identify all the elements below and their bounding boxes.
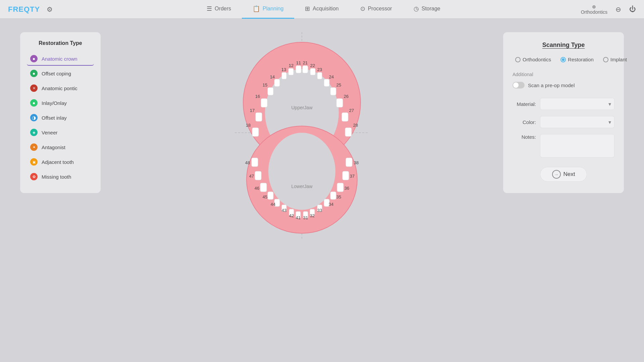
- svg-rect-18: [256, 113, 262, 121]
- color-select[interactable]: [540, 116, 614, 128]
- resto-item-inlay-onlay[interactable]: ● Inlay/Onlay: [27, 97, 94, 110]
- resto-item-missing-tooth[interactable]: ✿ Missing tooth: [27, 170, 94, 184]
- nav-tabs: ☰ Orders 📋 Planning ⊞ Acquisition ⊙ Proc…: [66, 0, 581, 19]
- zoom-out-icon[interactable]: ⊖: [615, 5, 621, 13]
- svg-text:43: 43: [282, 208, 286, 213]
- radio-circle-implant: [603, 57, 608, 62]
- svg-text:33: 33: [317, 208, 322, 213]
- offset-coping-icon: ●: [30, 70, 38, 77]
- resto-item-offset-inlay[interactable]: ◑ Offset inlay: [27, 111, 94, 125]
- svg-text:21: 21: [303, 60, 308, 65]
- svg-text:35: 35: [336, 194, 341, 199]
- resto-item-anatomic-crown[interactable]: ● Anatomic crown: [27, 52, 94, 66]
- tab-planning[interactable]: 📋 Planning: [242, 0, 294, 19]
- material-label: Material:: [513, 101, 536, 107]
- svg-rect-32: [260, 183, 267, 192]
- settings-icon[interactable]: ⚙: [47, 5, 53, 13]
- radio-orthodontics[interactable]: Orthodontics: [515, 57, 551, 62]
- svg-rect-36: [252, 158, 258, 167]
- tooth-chart-svg[interactable]: 11 21 12 22 13 23 14 24 15 25 16 26 17 2…: [215, 32, 389, 240]
- svg-rect-14: [268, 87, 273, 95]
- header-right: ⊕ Orthodontics ⊖ ⏻: [581, 4, 636, 15]
- radio-circle-restoration: [560, 57, 566, 62]
- svg-rect-34: [255, 171, 261, 180]
- svg-rect-7: [303, 66, 308, 73]
- svg-text:44: 44: [271, 202, 275, 207]
- offset-inlay-icon: ◑: [30, 114, 38, 121]
- svg-text:32: 32: [310, 213, 315, 218]
- svg-text:25: 25: [336, 82, 341, 87]
- radio-circle-orthodontics: [515, 57, 521, 62]
- radio-implant[interactable]: Implant: [603, 57, 627, 62]
- orthodontics-nav[interactable]: ⊕ Orthodontics: [581, 4, 607, 15]
- svg-text:31: 31: [303, 215, 308, 220]
- scanning-panel: Scanning Type Orthodontics Restoration I…: [503, 32, 624, 193]
- next-button[interactable]: → Next: [540, 167, 587, 182]
- power-icon[interactable]: ⏻: [629, 5, 636, 13]
- color-select-wrapper: [540, 116, 614, 128]
- inlay-onlay-icon: ●: [30, 99, 38, 107]
- tab-storage[interactable]: ◷ Storage: [403, 0, 451, 19]
- svg-rect-19: [342, 113, 348, 121]
- header: FREQTY ⚙ ☰ Orders 📋 Planning ⊞ Acquisiti…: [0, 0, 644, 19]
- svg-text:22: 22: [310, 63, 315, 68]
- svg-rect-10: [282, 72, 286, 79]
- svg-rect-33: [337, 183, 343, 192]
- svg-rect-21: [345, 128, 352, 136]
- orthodontics-globe-icon: ⊕: [592, 4, 596, 9]
- svg-rect-20: [252, 128, 259, 136]
- resto-item-antagonist[interactable]: ✦ Antagonist: [27, 141, 94, 154]
- next-circle-icon: →: [552, 170, 561, 179]
- svg-text:16: 16: [255, 94, 260, 99]
- color-label: Color:: [513, 119, 536, 125]
- notes-label: Notes:: [513, 134, 536, 140]
- svg-text:47: 47: [249, 174, 254, 179]
- planning-icon: 📋: [253, 5, 260, 12]
- resto-item-offset-coping[interactable]: ● Offset coping: [27, 67, 94, 80]
- antagonist-icon: ✦: [30, 143, 38, 151]
- radio-restoration[interactable]: Restoration: [560, 57, 594, 62]
- svg-text:26: 26: [344, 94, 348, 99]
- main-content: Restoration Type ● Anatomic crown ● Offs…: [0, 19, 644, 362]
- veneer-icon: ◈: [30, 129, 38, 136]
- tooth-chart-container: 11 21 12 22 13 23 14 24 15 25 16 26 17 2…: [121, 32, 483, 240]
- material-row: Material:: [513, 98, 614, 110]
- svg-text:18: 18: [246, 123, 251, 128]
- restoration-panel-title: Restoration Type: [27, 40, 94, 46]
- tab-acquisition[interactable]: ⊞ Acquisition: [294, 0, 349, 19]
- svg-rect-15: [330, 87, 336, 95]
- notes-row: Notes:: [513, 134, 614, 158]
- resto-item-anatomic-pontic[interactable]: ✕ Anatomic pontic: [27, 82, 94, 95]
- svg-text:38: 38: [354, 160, 359, 165]
- svg-text:46: 46: [255, 186, 259, 191]
- svg-text:23: 23: [317, 67, 322, 72]
- orders-icon: ☰: [207, 5, 212, 12]
- svg-text:12: 12: [289, 63, 293, 68]
- svg-rect-8: [288, 68, 293, 75]
- svg-rect-17: [336, 99, 343, 107]
- scanning-panel-title: Scanning Type: [513, 42, 614, 49]
- missing-tooth-icon: ✿: [30, 173, 38, 180]
- svg-rect-6: [296, 66, 301, 73]
- svg-text:15: 15: [263, 82, 267, 87]
- svg-text:34: 34: [329, 202, 333, 207]
- svg-text:17: 17: [250, 108, 255, 113]
- svg-text:42: 42: [289, 213, 294, 218]
- notes-textarea[interactable]: [540, 134, 614, 158]
- svg-text:48: 48: [245, 160, 250, 165]
- resto-item-veneer[interactable]: ◈ Veneer: [27, 126, 94, 139]
- adjacent-tooth-icon: ▣: [30, 158, 38, 166]
- svg-rect-35: [342, 171, 349, 180]
- tab-orders[interactable]: ☰ Orders: [196, 0, 242, 19]
- svg-rect-30: [268, 192, 273, 199]
- logo: FREQTY: [8, 5, 40, 14]
- tab-processor[interactable]: ⊙ Processor: [350, 0, 403, 19]
- scanning-type-radio-group: Orthodontics Restoration Implant: [513, 57, 614, 62]
- svg-text:36: 36: [344, 186, 349, 191]
- svg-rect-16: [261, 99, 267, 107]
- storage-icon: ◷: [414, 5, 419, 12]
- svg-text:13: 13: [281, 67, 286, 72]
- resto-item-adjacent-tooth[interactable]: ▣ Adjacent tooth: [27, 156, 94, 169]
- pre-op-toggle[interactable]: [513, 82, 525, 88]
- material-select[interactable]: [540, 98, 614, 110]
